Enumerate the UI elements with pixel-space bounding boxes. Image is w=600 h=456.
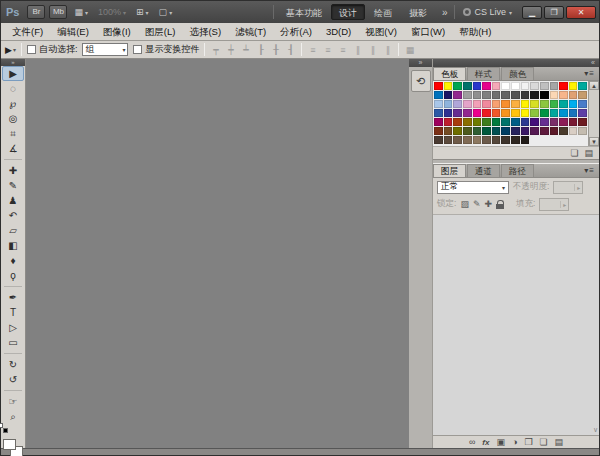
swatch[interactable] [434, 100, 443, 108]
swatch[interactable] [511, 82, 520, 90]
swatch[interactable] [569, 118, 578, 126]
swatch[interactable] [463, 91, 472, 99]
tool-3d-object-rotate[interactable]: ↻ [1, 357, 25, 372]
tool-shape[interactable]: ▭ [1, 335, 25, 350]
swatch[interactable] [559, 91, 568, 99]
swatch[interactable] [473, 127, 482, 135]
tool-crop[interactable]: ⌗ [1, 126, 25, 141]
workspace-photography[interactable]: 摄影 [401, 4, 435, 20]
swatch[interactable] [521, 91, 530, 99]
swatch[interactable] [530, 127, 539, 135]
swatch[interactable] [511, 109, 520, 117]
swatch[interactable] [473, 82, 482, 90]
swatch[interactable] [444, 82, 453, 90]
tab-paths[interactable]: 路径 [501, 164, 534, 177]
swatch[interactable] [463, 109, 472, 117]
tool-gradient[interactable]: ◧ [1, 238, 25, 253]
link-layers-icon[interactable]: ∞ [469, 437, 475, 448]
swatch[interactable] [444, 127, 453, 135]
screen-mode-button[interactable]: ▢ [156, 5, 176, 20]
tool-blur[interactable]: ♦ [1, 253, 25, 268]
distribute-vertical-centers-icon[interactable]: ≡ [322, 45, 333, 55]
auto-align-layers-icon[interactable]: ▦ [404, 45, 415, 55]
foreground-color-chip[interactable] [3, 439, 16, 450]
swatch[interactable] [453, 91, 462, 99]
swatch[interactable] [473, 91, 482, 99]
tool-type[interactable]: T [1, 305, 25, 320]
swatch[interactable] [434, 109, 443, 117]
menu-analysis[interactable]: 分析(A) [273, 23, 319, 40]
swatch[interactable] [511, 136, 520, 144]
swatch[interactable] [492, 118, 501, 126]
view-extras-button[interactable]: ▦ [71, 5, 91, 20]
scroll-down-icon[interactable]: ∨ [593, 426, 598, 434]
swatch[interactable] [521, 127, 530, 135]
swatch[interactable] [530, 109, 539, 117]
align-bottom-edges-icon[interactable]: ┷ [240, 45, 251, 55]
swatch[interactable] [530, 91, 539, 99]
distribute-top-edges-icon[interactable]: ≡ [307, 45, 318, 55]
swatch[interactable] [521, 82, 530, 90]
swatch[interactable] [540, 82, 549, 90]
lock-all-icon[interactable] [496, 200, 504, 209]
swatch[interactable] [463, 82, 472, 90]
menu-edit[interactable]: 编辑(E) [50, 23, 96, 40]
swatch[interactable] [463, 136, 472, 144]
panel-menu-icon[interactable] [580, 69, 599, 78]
fill-field[interactable] [539, 198, 569, 211]
tool-3d-camera-rotate[interactable]: ↺ [1, 372, 25, 387]
show-transform-checkbox[interactable] [133, 45, 142, 54]
swatch[interactable] [559, 100, 568, 108]
lock-transparent-pixels-icon[interactable]: ▨ [460, 199, 469, 209]
swatch[interactable] [453, 118, 462, 126]
swatch[interactable] [473, 100, 482, 108]
swatch[interactable] [578, 100, 587, 108]
swatch[interactable] [559, 127, 568, 135]
swatch[interactable] [482, 91, 491, 99]
launch-bridge-button[interactable]: Br [27, 5, 45, 19]
panel-menu-icon[interactable] [580, 166, 599, 175]
swatch[interactable] [559, 118, 568, 126]
swatch[interactable] [550, 91, 559, 99]
distribute-right-edges-icon[interactable]: ∥ [382, 45, 393, 55]
lock-image-pixels-icon[interactable]: ✎ [473, 199, 481, 209]
scroll-up-icon[interactable]: ▲ [589, 81, 599, 90]
swatch[interactable] [434, 136, 443, 144]
minimize-button[interactable]: ▁ [522, 6, 542, 19]
swatch[interactable] [482, 136, 491, 144]
swatch[interactable] [482, 127, 491, 135]
close-button[interactable]: ✕ [566, 6, 596, 19]
window-resize-border[interactable] [1, 448, 599, 455]
auto-select-checkbox[interactable] [27, 45, 36, 54]
history-panel-icon[interactable]: ⟲ [411, 70, 431, 92]
swatch[interactable] [492, 109, 501, 117]
new-layer-icon[interactable]: ❏ [539, 437, 547, 448]
distribute-bottom-edges-icon[interactable]: ≡ [337, 45, 348, 55]
swatch[interactable] [511, 118, 520, 126]
swatch[interactable] [569, 109, 578, 117]
menu-layer[interactable]: 图层(L) [138, 23, 183, 40]
menu-select[interactable]: 选择(S) [182, 23, 228, 40]
launch-mini-bridge-button[interactable]: Mb [49, 5, 67, 19]
swatch[interactable] [550, 82, 559, 90]
tab-layers[interactable]: 图层 [433, 164, 466, 177]
swatch[interactable] [492, 127, 501, 135]
tool-path-selection[interactable]: ▷ [1, 320, 25, 335]
tool-history-brush[interactable]: ↶ [1, 208, 25, 223]
blend-mode-dropdown[interactable]: 正常 [437, 181, 509, 194]
menu-3d[interactable]: 3D(D) [319, 23, 358, 40]
workspace-design[interactable]: 设计 [331, 4, 365, 20]
opacity-field[interactable] [553, 181, 583, 194]
tool-pen[interactable]: ✒ [1, 290, 25, 305]
swatch[interactable] [453, 136, 462, 144]
swatch[interactable] [492, 136, 501, 144]
swatch[interactable] [550, 100, 559, 108]
swatch[interactable] [569, 82, 578, 90]
swatch[interactable] [463, 100, 472, 108]
swatches-scrollbar[interactable]: ▲ ▼ [588, 81, 599, 146]
auto-select-target-dropdown[interactable]: 组 [82, 43, 128, 56]
tool-brush[interactable]: ✎ [1, 178, 25, 193]
swatch[interactable] [444, 100, 453, 108]
swatch[interactable] [453, 109, 462, 117]
distribute-horizontal-centers-icon[interactable]: ∥ [367, 45, 378, 55]
